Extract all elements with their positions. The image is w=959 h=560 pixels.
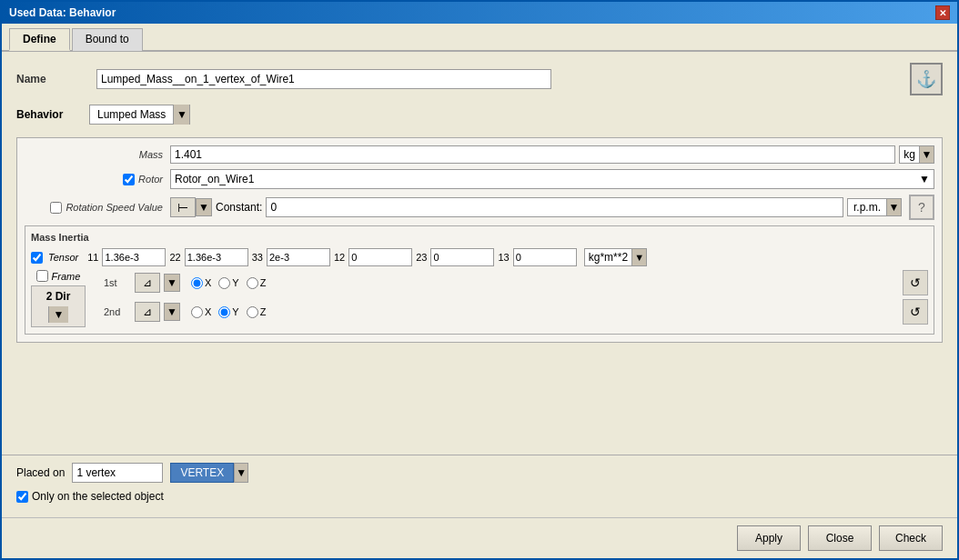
second-rotate-btn[interactable]: ↺ [903, 299, 928, 325]
second-y-radio[interactable] [218, 306, 230, 318]
rotation-type-dropdown[interactable]: ▼ [196, 198, 212, 216]
vertex-dropdown[interactable]: ▼ [234, 463, 248, 483]
t23-input[interactable] [430, 248, 494, 266]
name-label: Name [16, 73, 89, 85]
rotation-checkbox[interactable] [50, 202, 62, 214]
rotor-checkbox[interactable] [123, 174, 135, 185]
close-icon[interactable]: ✕ [935, 5, 950, 20]
mass-unit-dropdown[interactable]: ▼ [920, 145, 934, 164]
second-axis-dropdown[interactable]: ▼ [164, 303, 180, 321]
first-x-radio[interactable] [191, 277, 203, 289]
behavior-select[interactable]: Lumped Mass ▼ [89, 105, 190, 125]
main-window: Used Data: Behavior ✕ Define Bound to Na… [0, 0, 959, 560]
frame-checkbox[interactable] [36, 270, 48, 282]
t12-input[interactable] [348, 248, 412, 266]
t23-label: 23 [414, 252, 429, 263]
t33-label: 33 [250, 252, 265, 263]
inertia-unit-group: kg*m**2 ▼ [584, 248, 647, 266]
name-input[interactable] [96, 69, 551, 89]
rotate-icon-2: ↺ [910, 305, 921, 319]
mass-label: Mass [25, 149, 170, 160]
second-z-radio[interactable] [247, 306, 258, 318]
t12-label: 12 [332, 252, 347, 263]
tensor-label: Tensor [46, 252, 80, 263]
first-axis-dropdown[interactable]: ▼ [164, 274, 180, 292]
first-rotate-btn[interactable]: ↺ [903, 270, 928, 295]
first-y-label: Y [232, 277, 238, 288]
behavior-label: Behavior [16, 108, 89, 121]
rotation-speed-row: Rotation Speed Value ⊢ ▼ Constant: r.p.m… [25, 195, 934, 220]
behavior-dropdown-arrow[interactable]: ▼ [173, 105, 189, 125]
t33-input[interactable] [267, 248, 330, 266]
first-z-radio[interactable] [247, 277, 258, 289]
placed-on-label: Placed on [16, 466, 65, 479]
second-y-option[interactable]: Y [218, 306, 238, 318]
rotor-select[interactable]: Rotor_on_Wire1 ▼ [170, 169, 934, 189]
tab-define[interactable]: Define [9, 28, 70, 51]
rotation-icon: ⊢ [177, 200, 188, 215]
tensor-checkbox[interactable] [31, 252, 43, 264]
first-x-label: X [205, 277, 211, 288]
dir-col: 2 Dir ▼ [31, 285, 86, 327]
rpm-unit-box: r.p.m. [847, 198, 887, 216]
t22-input[interactable] [185, 248, 248, 266]
first-z-label: Z [260, 277, 267, 288]
rotation-label: Rotation Speed Value [66, 202, 163, 213]
only-row: Only on the selected object [16, 490, 943, 503]
first-axis-icon[interactable]: ⊿ [135, 273, 160, 293]
frame-label: Frame [52, 271, 81, 282]
rpm-dropdown[interactable]: ▼ [887, 198, 902, 216]
title-bar: Used Data: Behavior ✕ [2, 2, 957, 24]
second-axis-icon[interactable]: ⊿ [135, 302, 160, 322]
check-button[interactable]: Check [879, 525, 943, 551]
anchor-icon-button[interactable]: ⚓ [910, 63, 943, 95]
mass-inertia-section: Mass Inertia Tensor 11 22 33 12 23 13 [25, 225, 934, 335]
t13-input[interactable] [513, 248, 577, 266]
first-x-option[interactable]: X [191, 277, 211, 289]
tab-bar: Define Bound to [2, 24, 957, 52]
frame-check: Frame [36, 270, 81, 282]
mass-unit-group: kg ▼ [899, 145, 934, 164]
second-axis-label: 2nd [104, 306, 131, 317]
second-x-radio[interactable] [191, 306, 203, 318]
placed-on-input[interactable] [72, 463, 163, 483]
footer-buttons: Apply Close Check [2, 517, 957, 558]
mass-input[interactable] [170, 145, 895, 164]
bottom-section: Placed on VERTEX ▼ Only on the selected … [2, 455, 957, 517]
first-axis-radio-group: X Y Z [191, 277, 266, 289]
dir-num: 2 Dir [46, 290, 71, 303]
rotation-icon-btn[interactable]: ⊢ [170, 197, 196, 217]
question-button[interactable]: ? [909, 195, 934, 220]
second-y-label: Y [232, 306, 238, 317]
main-content: Name ⚓ Behavior Lumped Mass ▼ Mass [2, 52, 957, 455]
tensor-row: Tensor 11 22 33 12 23 13 kg*m**2 [31, 248, 928, 266]
vertex-group: VERTEX ▼ [170, 463, 248, 483]
rotor-label: Rotor [138, 174, 163, 185]
first-y-radio[interactable] [218, 277, 230, 289]
first-y-option[interactable]: Y [218, 277, 238, 289]
apply-button[interactable]: Apply [737, 525, 801, 551]
inertia-axes: 1st ⊿ ▼ X [96, 270, 928, 328]
rotor-dropdown-arrow[interactable]: ▼ [919, 173, 930, 185]
dir-dropdown[interactable]: ▼ [48, 306, 68, 323]
vertex-button[interactable]: VERTEX [170, 463, 234, 483]
second-x-option[interactable]: X [191, 306, 211, 318]
only-checkbox[interactable] [16, 491, 28, 503]
name-row: Name ⚓ [16, 63, 943, 95]
t11-input[interactable] [102, 248, 166, 266]
frame-dir-col: Frame 2 Dir ▼ [31, 270, 86, 328]
first-axis-label: 1st [104, 277, 131, 288]
t11-label: 11 [86, 252, 100, 263]
inertia-unit-dropdown[interactable]: ▼ [632, 248, 647, 266]
first-z-option[interactable]: Z [247, 277, 267, 289]
mass-row: Mass kg ▼ [25, 145, 934, 164]
tab-bound-to[interactable]: Bound to [72, 28, 143, 51]
second-z-option[interactable]: Z [247, 306, 267, 318]
second-axis-row: 2nd ⊿ ▼ X [104, 299, 928, 325]
close-button[interactable]: Close [808, 525, 872, 551]
second-x-label: X [205, 306, 211, 317]
const-input[interactable] [266, 197, 843, 217]
second-axis-radio-group: X Y Z [191, 306, 266, 318]
t22-label: 22 [167, 252, 182, 263]
rpm-unit-group: r.p.m. ▼ [847, 198, 902, 216]
